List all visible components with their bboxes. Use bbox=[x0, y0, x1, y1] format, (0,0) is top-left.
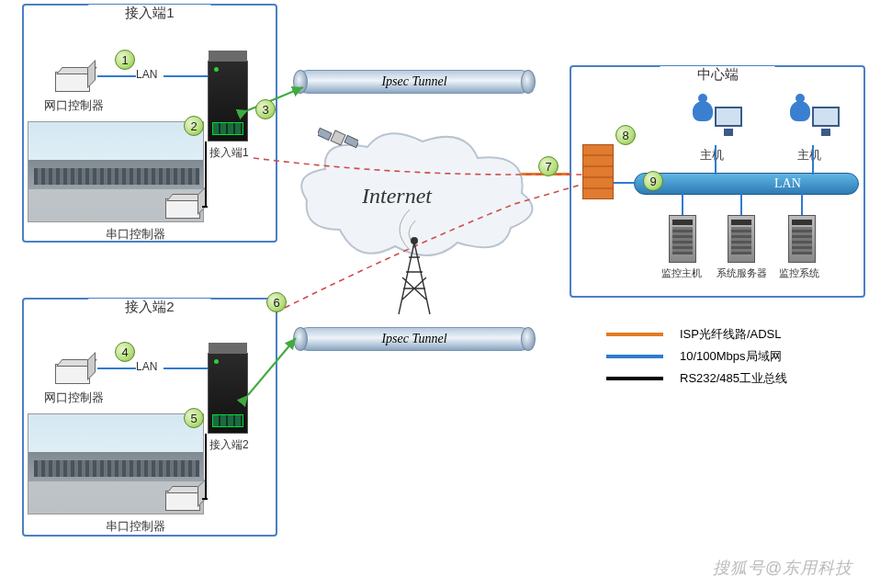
host2-drop bbox=[812, 145, 814, 175]
badge-4: 4 bbox=[115, 342, 135, 362]
srv2-drop bbox=[740, 193, 742, 215]
lan-wire-1 bbox=[97, 75, 136, 77]
access1-title: 接入端1 bbox=[88, 5, 210, 22]
serial-wire-1v bbox=[205, 141, 207, 206]
svg-rect-2 bbox=[344, 135, 358, 147]
serial-wire-2h bbox=[202, 498, 208, 500]
legend-row-isp: ISP光纤线路/ADSL bbox=[606, 326, 787, 343]
lan-wire-2 bbox=[97, 368, 136, 369]
server-3-icon bbox=[788, 215, 816, 263]
server-2-icon bbox=[728, 215, 755, 263]
antenna-tower-icon bbox=[391, 233, 437, 316]
lan-bar-label: LAN bbox=[774, 176, 801, 191]
serial-controller-1-label: 串口控制器 bbox=[106, 226, 165, 243]
legend: ISP光纤线路/ADSL 10/100Mbps局域网 RS232/485工业总线 bbox=[606, 326, 787, 392]
svg-rect-1 bbox=[318, 128, 332, 140]
access2-title: 接入端2 bbox=[88, 299, 210, 316]
legend-swatch-orange bbox=[606, 333, 663, 336]
device-2-label: 接入端2 bbox=[209, 437, 249, 453]
srv3-drop bbox=[801, 193, 803, 215]
server-3-label: 监控系统 bbox=[779, 266, 819, 280]
ipsec-tunnel-1: Ipsec Tunnel bbox=[296, 70, 533, 94]
legend-lan-label: 10/100Mbps局域网 bbox=[680, 348, 782, 365]
serial-controller-2-label: 串口控制器 bbox=[106, 518, 165, 535]
legend-row-lan: 10/100Mbps局域网 bbox=[606, 348, 787, 365]
svg-rect-0 bbox=[331, 130, 345, 145]
serial-controller-1-icon bbox=[165, 198, 200, 219]
server-2-label: 系统服务器 bbox=[717, 266, 767, 280]
badge-3: 3 bbox=[255, 99, 276, 119]
gateway-device-2-icon bbox=[208, 353, 248, 434]
host-1-label: 主机 bbox=[700, 147, 724, 164]
server-1-label: 监控主机 bbox=[661, 266, 702, 280]
host-2-icon bbox=[788, 101, 840, 145]
internet-label: Internet bbox=[362, 184, 432, 209]
serial-controller-2-icon bbox=[165, 491, 200, 511]
tunnel-1-label: Ipsec Tunnel bbox=[381, 74, 446, 89]
legend-swatch-black bbox=[606, 377, 663, 380]
legend-isp-label: ISP光纤线路/ADSL bbox=[680, 326, 782, 343]
legend-swatch-blue bbox=[606, 355, 663, 358]
host-2-label: 主机 bbox=[797, 147, 821, 164]
host1-drop bbox=[715, 145, 717, 175]
lan-tag-2: LAN bbox=[136, 360, 157, 373]
net-controller-2-icon bbox=[55, 364, 90, 384]
serial-wire-1h bbox=[202, 206, 208, 208]
device-1-label: 接入端1 bbox=[209, 145, 249, 161]
badge-1: 1 bbox=[115, 50, 135, 70]
badge-8: 8 bbox=[615, 125, 636, 145]
net-controller-2-label: 网口控制器 bbox=[44, 390, 104, 406]
ipsec-tunnel-2: Ipsec Tunnel bbox=[296, 327, 533, 351]
center-title: 中心端 bbox=[660, 66, 775, 84]
srv1-drop bbox=[682, 193, 683, 215]
serial-wire-2v bbox=[205, 434, 207, 498]
watermark-text: 搜狐号@东用科技 bbox=[713, 557, 852, 579]
satellite-icon bbox=[318, 121, 358, 154]
lan-wire-2b bbox=[164, 368, 208, 369]
host-1-icon bbox=[691, 101, 742, 145]
firewall-icon bbox=[582, 144, 614, 199]
gateway-device-1-icon bbox=[208, 61, 248, 141]
badge-6: 6 bbox=[266, 292, 287, 312]
lan-wire-1b bbox=[164, 75, 208, 77]
badge-2: 2 bbox=[184, 116, 204, 136]
legend-row-serial: RS232/485工业总线 bbox=[606, 370, 787, 387]
server-1-icon bbox=[669, 215, 696, 263]
badge-9: 9 bbox=[643, 171, 663, 191]
badge-7: 7 bbox=[538, 156, 559, 176]
net-controller-1-icon bbox=[55, 72, 90, 92]
tunnel-2-label: Ipsec Tunnel bbox=[381, 332, 446, 346]
lan-tag-1: LAN bbox=[136, 68, 157, 81]
net-controller-1-label: 网口控制器 bbox=[44, 97, 104, 114]
lan-bar: LAN bbox=[634, 173, 859, 195]
fw-lan-wire bbox=[614, 182, 636, 184]
badge-5: 5 bbox=[184, 408, 204, 428]
legend-serial-label: RS232/485工业总线 bbox=[680, 370, 787, 387]
